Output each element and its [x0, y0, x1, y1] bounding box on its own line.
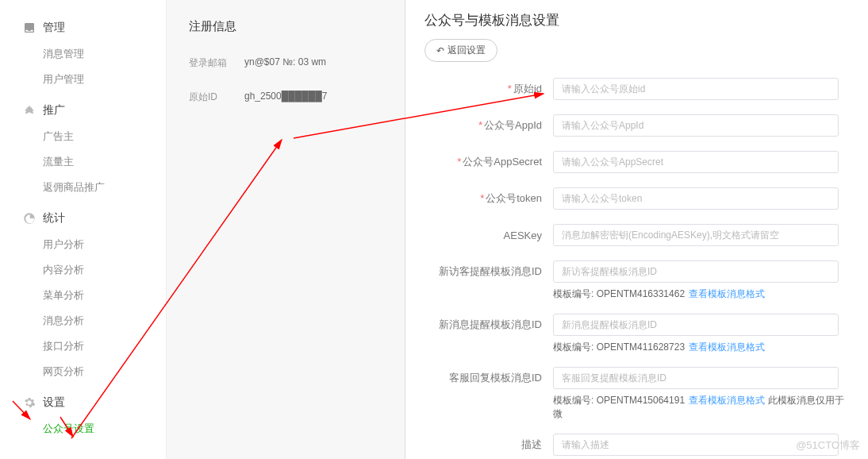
info-value-original-id: gh_2500██████7 [244, 91, 327, 104]
info-label: 登录邮箱 [189, 56, 244, 70]
sidebar-item-user-manage[interactable]: 用户管理 [0, 67, 166, 92]
hint-new-msg-tpl: 模板编号: OPENTM411628723 查看模板消息格式 [424, 341, 849, 354]
nav-section-promote: 推广 广告主 流量主 返佣商品推广 [0, 97, 166, 200]
label-new-msg-tpl: 新消息提醒模板消息ID [424, 318, 553, 332]
settings-form-panel: 公众号与模板消息设置 ↶ 返回设置 原始id 公众号AppId [405, 0, 868, 459]
inbox-icon [22, 21, 36, 35]
input-cs-reply-tpl[interactable] [553, 367, 839, 389]
sidebar-item-user-analysis[interactable]: 用户分析 [0, 232, 166, 257]
sidebar-item-rebate[interactable]: 返佣商品推广 [0, 175, 166, 200]
page-title: 公众号与模板消息设置 [424, 11, 849, 29]
nav-section-manage: 管理 消息管理 用户管理 [0, 14, 166, 92]
sidebar-item-msg-manage[interactable]: 消息管理 [0, 41, 166, 67]
input-new-msg-tpl[interactable] [553, 314, 839, 336]
gear-icon [22, 395, 36, 410]
label-cs-reply-tpl: 客服回复模板消息ID [424, 371, 553, 385]
input-appsecret[interactable] [553, 151, 839, 173]
sidebar-item-web-analysis[interactable]: 网页分析 [0, 359, 166, 384]
sidebar-item-menu-analysis[interactable]: 菜单分析 [0, 283, 166, 308]
label-token: 公众号token [424, 191, 553, 206]
nav-header-label: 管理 [43, 21, 65, 35]
hint-link-new-msg[interactable]: 查看模板消息格式 [689, 341, 765, 353]
input-token[interactable] [553, 187, 839, 210]
nav-header-stats[interactable]: 统计 [0, 205, 166, 232]
sidebar-item-account-settings[interactable]: 公众号设置 [0, 416, 166, 442]
nav-header-label: 统计 [43, 211, 65, 226]
label-original-id: 原始id [424, 82, 553, 96]
label-new-visitor-tpl: 新访客提醒模板消息ID [424, 264, 553, 279]
input-new-visitor-tpl[interactable] [553, 260, 839, 283]
input-appid[interactable] [553, 114, 839, 137]
bullhorn-icon [22, 103, 36, 118]
info-value-email: yn@$07 №: 03 wm [244, 56, 326, 70]
watermark: @51CTO博客 [796, 438, 860, 453]
sidebar-item-traffic[interactable]: 流量主 [0, 149, 166, 175]
nav-header-manage[interactable]: 管理 [0, 14, 166, 41]
registration-info-panel: 注册信息 登录邮箱 yn@$07 №: 03 wm 原始ID gh_2500██… [167, 0, 405, 459]
label-appid: 公众号AppId [424, 118, 553, 133]
sidebar-item-api-analysis[interactable]: 接口分析 [0, 334, 166, 359]
hint-prefix: 模板编号: OPENTM411628723 [553, 341, 685, 353]
pie-icon [22, 211, 36, 226]
nav-header-settings[interactable]: 设置 [0, 389, 166, 416]
label-desc: 描述 [424, 438, 553, 452]
sidebar-item-content-analysis[interactable]: 内容分析 [0, 257, 166, 283]
nav-header-label: 推广 [43, 103, 65, 118]
nav-header-label: 设置 [43, 395, 65, 410]
input-original-id[interactable] [553, 78, 839, 100]
info-label: 原始ID [189, 91, 244, 104]
sidebar-item-msg-analysis[interactable]: 消息分析 [0, 308, 166, 334]
hint-cs-reply-tpl: 模板编号: OPENTM415064191 查看模板消息格式 此模板消息仅用于微 [424, 394, 849, 421]
sidebar: 管理 消息管理 用户管理 推广 广告主 流量主 返佣商品推广 统计 [0, 0, 167, 459]
nav-header-promote[interactable]: 推广 [0, 97, 166, 124]
back-icon: ↶ [436, 45, 444, 56]
hint-link-cs-reply[interactable]: 查看模板消息格式 [689, 395, 765, 406]
hint-link-new-visitor[interactable]: 查看模板消息格式 [689, 288, 765, 299]
label-appsecret: 公众号AppSecret [424, 155, 553, 169]
nav-section-stats: 统计 用户分析 内容分析 菜单分析 消息分析 接口分析 网页分析 [0, 205, 166, 384]
hint-prefix: 模板编号: OPENTM416331462 [553, 288, 685, 299]
label-aeskey: AESKey [424, 230, 553, 241]
info-row-email: 登录邮箱 yn@$07 №: 03 wm [189, 56, 382, 70]
hint-new-visitor-tpl: 模板编号: OPENTM416331462 查看模板消息格式 [424, 287, 849, 301]
input-aeskey[interactable] [553, 224, 839, 246]
info-row-original-id: 原始ID gh_2500██████7 [189, 91, 382, 104]
nav-section-settings: 设置 公众号设置 [0, 389, 166, 442]
sidebar-item-advertiser[interactable]: 广告主 [0, 124, 166, 149]
back-button[interactable]: ↶ 返回设置 [424, 39, 497, 62]
back-button-label: 返回设置 [447, 44, 486, 57]
hint-prefix: 模板编号: OPENTM415064191 [553, 395, 685, 406]
panel-title: 注册信息 [189, 19, 382, 34]
